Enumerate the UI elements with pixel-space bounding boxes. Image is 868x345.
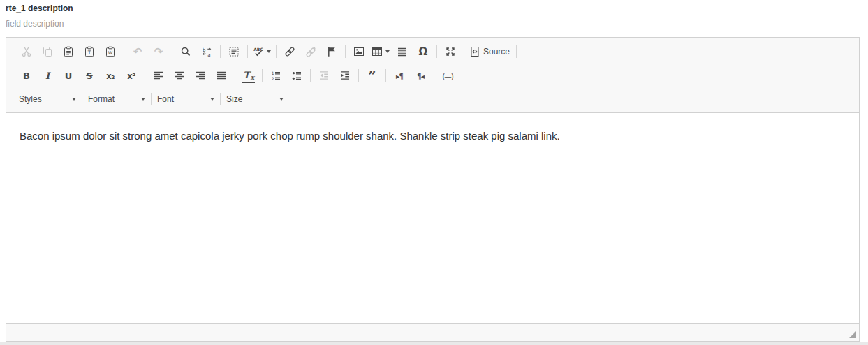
numbered-list-button[interactable]: 12	[266, 67, 286, 84]
superscript-button[interactable]: x²	[122, 67, 141, 84]
rich-text-editor: TW↶↷baABCΩSourceBIUSx₂x²Tx12”▸¶¶◂(—)Styl…	[6, 37, 860, 342]
decrease-indent-button	[314, 67, 334, 84]
redo-button: ↷	[149, 43, 168, 60]
svg-text:1: 1	[272, 71, 274, 75]
replace-button[interactable]: ba	[197, 43, 216, 60]
justify-icon	[216, 70, 227, 81]
subscript-button[interactable]: x₂	[101, 67, 120, 84]
dropdown-arrow-icon	[385, 50, 390, 53]
blockquote-icon: ”	[367, 68, 377, 82]
anchor-button[interactable]	[322, 43, 341, 60]
bidi-rtl-button[interactable]: ¶◂	[411, 67, 430, 84]
editor-toolbar: TW↶↷baABCΩSourceBIUSx₂x²Tx12”▸¶¶◂(—)Styl…	[6, 38, 859, 113]
editor-content-area[interactable]: Bacon ipsum dolor sit strong amet capico…	[6, 113, 859, 323]
toolbar-row: TW↶↷baABCΩSource	[10, 40, 855, 64]
omega-icon: Ω	[418, 45, 428, 58]
maximize-icon	[445, 46, 456, 57]
find-icon	[180, 46, 191, 57]
align-right-button[interactable]	[191, 67, 210, 84]
select-all-button[interactable]	[224, 43, 244, 60]
paste-button[interactable]	[59, 43, 78, 60]
paste-as-plain-text-button[interactable]: T	[80, 43, 99, 60]
bold-button[interactable]: B	[17, 67, 36, 84]
find-button[interactable]	[176, 43, 196, 60]
size-combo[interactable]: Size	[223, 90, 286, 108]
underline-icon: U	[64, 69, 73, 82]
strikethrough-icon: S	[84, 69, 94, 82]
outdent-icon	[318, 70, 330, 81]
source-button-label: Source	[483, 47, 510, 57]
italic-icon: I	[43, 69, 52, 82]
undo-icon: ↶	[133, 45, 142, 58]
align-center-icon	[174, 70, 185, 81]
toolbar-separator	[151, 93, 152, 105]
align-left-button[interactable]	[149, 67, 168, 84]
image-icon	[353, 46, 365, 57]
horizontal-line-icon	[397, 46, 408, 57]
italic-button[interactable]: I	[38, 67, 57, 84]
toolbar-separator	[124, 45, 124, 58]
form-panel: rte_1 description field description TW↶↷…	[0, 0, 868, 342]
cut-button	[17, 43, 36, 60]
insert-dash-button[interactable]: (—)	[438, 67, 457, 84]
toolbar-separator	[235, 69, 235, 82]
increase-indent-button[interactable]	[335, 67, 355, 84]
toolbar-separator	[276, 45, 277, 58]
svg-text:a: a	[207, 52, 210, 57]
toolbar-separator	[247, 45, 248, 58]
styles-combo[interactable]: Styles	[16, 90, 79, 108]
toolbar-separator	[436, 45, 437, 58]
font-combo[interactable]: Font	[154, 90, 217, 108]
format-combo-label: Format	[88, 94, 115, 104]
toolbar-separator	[464, 45, 464, 58]
svg-text:ABC: ABC	[253, 47, 263, 52]
svg-text:T: T	[87, 50, 91, 56]
svg-text:2: 2	[272, 76, 274, 81]
toolbar-separator	[145, 69, 145, 82]
field-description: field description	[6, 19, 868, 29]
toolbar-separator	[310, 69, 311, 82]
blockquote-button[interactable]: ”	[362, 67, 382, 84]
copy-button	[38, 43, 57, 60]
strikethrough-button[interactable]: S	[80, 67, 99, 84]
bidi-ltr-button[interactable]: ▸¶	[390, 67, 409, 84]
underline-button[interactable]: U	[59, 67, 78, 84]
copy-icon	[42, 46, 53, 57]
paste-word-icon: W	[105, 46, 116, 57]
source-button[interactable]: Source	[468, 43, 513, 60]
paste-icon	[63, 46, 74, 57]
align-center-button[interactable]	[170, 67, 189, 84]
table-button[interactable]	[370, 43, 391, 60]
toolbar-separator	[262, 69, 263, 82]
resize-handle-icon[interactable]	[849, 331, 856, 338]
size-combo-label: Size	[226, 94, 242, 104]
bidi-ltr-icon: ▸¶	[395, 69, 404, 82]
horizontal-line-button[interactable]	[392, 43, 412, 60]
justify-button[interactable]	[212, 67, 231, 84]
redo-icon: ↷	[154, 45, 163, 58]
anchor-icon	[326, 46, 337, 57]
bulleted-list-icon	[291, 70, 302, 81]
format-combo[interactable]: Format	[85, 90, 148, 108]
paste-from-word-button[interactable]: W	[101, 43, 120, 60]
toolbar-row-combos: StylesFormatFontSize	[10, 87, 855, 111]
select-all-icon	[228, 46, 240, 57]
numbered-list-icon: 12	[270, 70, 281, 81]
indent-icon	[339, 70, 351, 81]
spell-check-button[interactable]: ABC	[251, 43, 272, 60]
dropdown-arrow-icon	[279, 98, 284, 101]
svg-text:W: W	[108, 50, 113, 56]
unlink-icon	[305, 46, 316, 57]
toolbar-separator	[358, 69, 359, 82]
link-button[interactable]	[280, 43, 300, 60]
toolbar-separator	[434, 69, 434, 82]
bulleted-list-button[interactable]	[287, 67, 307, 84]
content-paragraph: Bacon ipsum dolor sit strong amet capico…	[20, 129, 846, 144]
styles-combo-label: Styles	[19, 94, 42, 104]
cut-icon	[21, 46, 32, 57]
special-character-button[interactable]: Ω	[413, 43, 433, 60]
dash-paren-icon: (—)	[442, 69, 453, 82]
image-button[interactable]	[349, 43, 369, 60]
maximize-button[interactable]	[441, 43, 460, 60]
remove-format-button[interactable]: Tx	[239, 67, 258, 84]
